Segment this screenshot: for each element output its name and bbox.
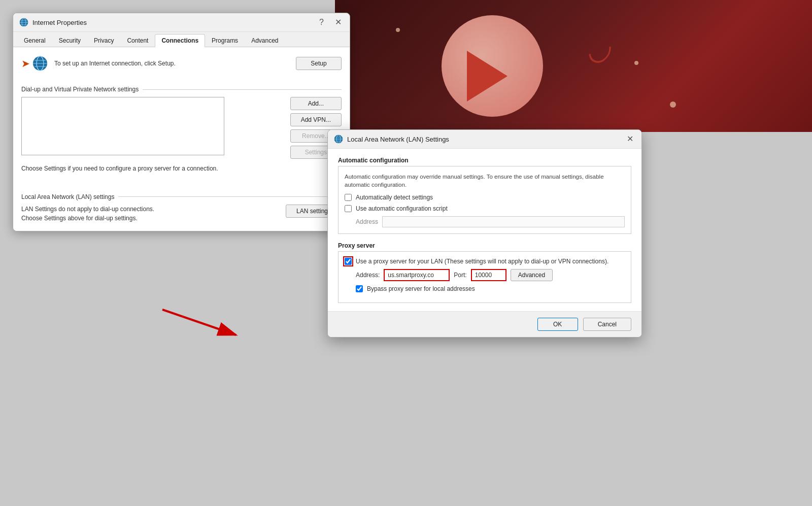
auto-script-label: Use automatic configuration script (356, 205, 448, 212)
add-button[interactable]: Add... (290, 97, 342, 110)
auto-script-row: Use automatic configuration script (345, 205, 625, 212)
lan-dialog-footer: OK Cancel (328, 311, 641, 337)
vpn-section-label: Dial-up and Virtual Private Network sett… (21, 86, 342, 93)
port-input[interactable] (471, 269, 506, 281)
use-proxy-row: Use a proxy server for your LAN (These s… (345, 258, 625, 265)
lan-dialog-content: Automatic configuration Automatic config… (328, 149, 641, 311)
help-button[interactable]: ? (317, 17, 326, 27)
auto-detect-label: Automatically detect settings (356, 194, 433, 201)
auto-address-label: Address (356, 218, 378, 225)
red-arrow-svg (157, 305, 249, 345)
bypass-checkbox[interactable] (356, 285, 363, 292)
auto-detect-row: Automatically detect settings (345, 194, 625, 201)
dot-3 (670, 102, 676, 108)
advanced-button[interactable]: Advanced (511, 269, 553, 281)
auto-address-input[interactable] (382, 216, 625, 227)
arrow-right-icon: ➤ (21, 57, 30, 70)
auto-config-heading: Automatic configuration (338, 157, 631, 164)
tab-advanced[interactable]: Advanced (245, 34, 285, 47)
globe-icon (19, 18, 28, 27)
vpn-row: Add... Add VPN... Remove... Settings (21, 97, 342, 160)
cancel-button[interactable]: Cancel (583, 318, 631, 331)
lan-text-line1: LAN Settings do not apply to dial-up con… (21, 205, 154, 214)
setup-description: To set up an Internet connection, click … (54, 59, 290, 68)
tab-content[interactable]: Content (120, 34, 155, 47)
use-proxy-label: Use a proxy server for your LAN (These s… (356, 258, 608, 265)
lan-titlebar-left: Local Area Network (LAN) Settings (334, 134, 449, 144)
proxy-server-section: Proxy server Use a proxy server for your… (338, 242, 631, 303)
tabs-bar: General Security Privacy Content Connect… (13, 32, 350, 47)
titlebar-controls: ? ✕ (317, 17, 344, 27)
tab-programs[interactable]: Programs (205, 34, 245, 47)
tab-connections[interactable]: Connections (155, 34, 205, 47)
proxy-address-row: Address: Port: Advanced (356, 269, 625, 281)
use-proxy-checkbox[interactable] (345, 258, 352, 265)
bypass-row: Bypass proxy server for local addresses (356, 285, 625, 292)
dark-background (335, 0, 812, 132)
add-vpn-button[interactable]: Add VPN... (290, 113, 342, 126)
bypass-label: Bypass proxy server for local addresses (367, 285, 475, 292)
close-button[interactable]: ✕ (333, 17, 344, 27)
setup-globe-icon (32, 55, 48, 72)
auto-address-row: Address (356, 216, 625, 227)
internet-props-content: ➤ To set up an Internet connection, clic… (13, 47, 350, 231)
internet-props-title: Internet Properties (32, 19, 87, 26)
lan-row: LAN Settings do not apply to dial-up con… (21, 205, 342, 223)
svg-line-11 (162, 310, 236, 335)
titlebar-left: Internet Properties (19, 18, 87, 27)
auto-config-box: Automatic configuration may override man… (338, 166, 631, 234)
red-arrow-annotation (157, 305, 249, 347)
proxy-server-heading: Proxy server (338, 242, 631, 249)
proxy-description: Choose Settings if you need to configure… (21, 164, 240, 173)
ok-button[interactable]: OK (537, 318, 578, 331)
internet-props-titlebar: Internet Properties ? ✕ (13, 13, 350, 32)
lan-dialog-title: Local Area Network (LAN) Settings (347, 136, 449, 143)
vpn-list (21, 97, 224, 155)
lan-settings-dialog: Local Area Network (LAN) Settings ✕ Auto… (327, 129, 642, 338)
dot-1 (396, 28, 400, 32)
proxy-address-label: Address: (356, 272, 380, 279)
lan-close-button[interactable]: ✕ (625, 134, 635, 144)
auto-script-checkbox[interactable] (345, 205, 352, 212)
lan-globe-icon (334, 134, 343, 144)
auto-config-desc: Automatic configuration may override man… (345, 173, 625, 189)
play-triangle-decoration (467, 51, 507, 102)
auto-config-section: Automatic configuration Automatic config… (338, 157, 631, 234)
setup-icon-group: ➤ (21, 55, 48, 72)
lan-section-label: Local Area Network (LAN) settings (21, 193, 342, 200)
auto-detect-checkbox[interactable] (345, 194, 352, 201)
lan-text-line2: Choose Settings above for dial-up settin… (21, 214, 154, 223)
lan-titlebar-controls: ✕ (625, 134, 635, 144)
setup-section: ➤ To set up an Internet connection, clic… (21, 55, 342, 79)
tab-privacy[interactable]: Privacy (87, 34, 120, 47)
tab-security[interactable]: Security (52, 34, 87, 47)
tab-general[interactable]: General (17, 34, 52, 47)
lan-text-block: LAN Settings do not apply to dial-up con… (21, 205, 154, 223)
proxy-address-input[interactable] (384, 269, 450, 281)
proxy-server-box: Use a proxy server for your LAN (These s… (338, 251, 631, 303)
setup-button[interactable]: Setup (296, 57, 342, 70)
internet-properties-window: Internet Properties ? ✕ General Security… (13, 13, 350, 231)
dot-2 (634, 61, 638, 65)
port-label: Port: (454, 272, 466, 279)
lan-dialog-titlebar: Local Area Network (LAN) Settings ✕ (328, 130, 641, 149)
